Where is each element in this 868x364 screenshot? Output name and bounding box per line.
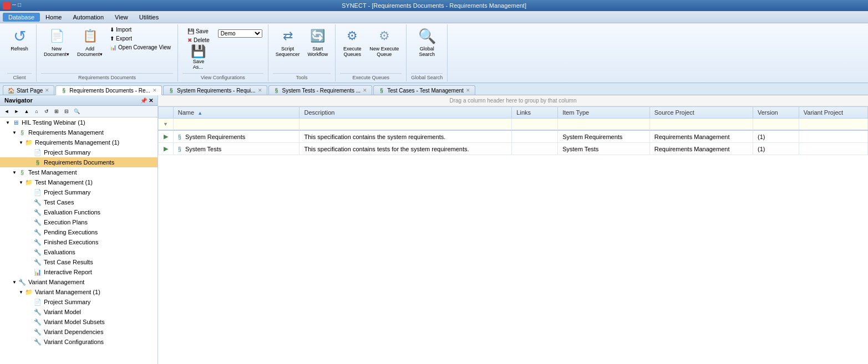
menu-automation[interactable]: Automation: [67, 13, 109, 22]
start-workflow-button[interactable]: 🔄 StartWorkflow: [304, 25, 331, 59]
grid-header-row: Name ▲ Description Links Item Type Sourc…: [159, 107, 868, 119]
tree-item-eval-funcs[interactable]: 🔧 Evaluation Functions: [0, 207, 158, 217]
small-btns-col: ⬇ Import ⬆ Export 📊 Open Coverage View: [108, 25, 173, 52]
filter-name-input[interactable]: [178, 121, 295, 127]
table-row[interactable]: ▶ § System Tests This specification cont…: [159, 143, 868, 155]
tree-item-finished-exec[interactable]: 🔧 Finished Executions: [0, 237, 158, 247]
tab-sys-req-close[interactable]: ✕: [258, 88, 262, 93]
tree-item-interactive-report[interactable]: 📊 Interactive Report: [0, 267, 158, 277]
export-button[interactable]: ⬆ Export: [108, 34, 173, 43]
open-coverage-button[interactable]: 📊 Open Coverage View: [108, 43, 173, 52]
grid-col-name[interactable]: Name ▲: [173, 107, 300, 119]
req-mgmt-1-icon: 📁: [24, 139, 33, 146]
tab-req-docs[interactable]: § Requirements Documents - Re... ✕: [55, 85, 162, 95]
nav-collapse-btn[interactable]: ⊟: [62, 107, 71, 116]
new-execute-label: New ExecuteQueue: [369, 46, 399, 57]
variant-mgmt-1-toggle[interactable]: ▼: [18, 289, 24, 295]
tree-item-test-case-results[interactable]: 🔧 Test Case Results: [0, 257, 158, 267]
tree-item-pending-exec[interactable]: 🔧 Pending Executions: [0, 227, 158, 237]
import-button[interactable]: ⬇ Import: [108, 25, 173, 34]
delete-button[interactable]: ✖ Delete: [185, 36, 212, 44]
filter-version[interactable]: [753, 119, 799, 131]
test-mgmt-1-toggle[interactable]: ▼: [18, 179, 24, 186]
minimize-btn[interactable]: ─: [12, 2, 16, 9]
new-document-button[interactable]: 📄 NewDocument▾: [41, 25, 72, 59]
variant-mgmt-group-icon: 🔧: [18, 278, 27, 286]
tab-sys-tests-label: System Tests - Requirements ...: [282, 88, 361, 94]
nav-search-btn[interactable]: 🔍: [72, 107, 81, 116]
maximize-btn[interactable]: □: [18, 2, 21, 9]
menu-utilities[interactable]: Utilities: [134, 13, 164, 22]
filter-desc-input[interactable]: [304, 121, 507, 127]
nav-pin-btn[interactable]: 📌: [140, 98, 147, 104]
tree-item-hil-testing[interactable]: ▼ 🖥 HIL Testing Webinar (1): [0, 117, 158, 127]
tree-item-proj-summary-2[interactable]: 📄 Project Summary: [0, 187, 158, 197]
add-document-button[interactable]: 📋 AddDocument▾: [74, 25, 105, 59]
nav-back-btn[interactable]: ◄: [2, 107, 11, 116]
menu-view[interactable]: View: [109, 13, 134, 22]
variant-mgmt-group-toggle[interactable]: ▼: [11, 279, 18, 285]
grid-col-item-type[interactable]: Item Type: [558, 107, 650, 119]
tree-item-variant-mgmt-group[interactable]: ▼ 🔧 Variant Management: [0, 277, 158, 287]
nav-up-btn[interactable]: ▲: [22, 107, 31, 116]
nav-expand-btn[interactable]: ⊞: [52, 107, 61, 116]
nav-home-btn[interactable]: ⌂: [32, 107, 41, 116]
row2-name: § System Tests: [173, 143, 300, 155]
grid-col-source-project[interactable]: Source Project: [649, 107, 753, 119]
tree-item-variant-mgmt-1[interactable]: ▼ 📁 Variant Management (1): [0, 287, 158, 297]
grid-col-links[interactable]: Links: [512, 107, 558, 119]
tree-item-proj-summary-1[interactable]: 📄 Project Summary: [0, 147, 158, 157]
tree-item-test-mgmt-group[interactable]: ▼ § Test Management: [0, 167, 158, 177]
tree-item-proj-summary-3[interactable]: 📄 Project Summary: [0, 297, 158, 307]
tree-item-req-mgmt-1[interactable]: ▼ 📁 Requirements Management (1): [0, 137, 158, 147]
execute-queues-button[interactable]: ⚙ ExecuteQueues: [340, 25, 364, 59]
tab-test-cases[interactable]: § Test Cases - Test Management ✕: [373, 85, 475, 95]
nav-forward-btn[interactable]: ►: [12, 107, 21, 116]
menu-database[interactable]: Database: [3, 13, 40, 22]
global-search-button[interactable]: 🔍 GlobalSearch: [415, 25, 439, 59]
refresh-button[interactable]: ↺ Refresh: [7, 25, 32, 53]
tab-test-cases-close[interactable]: ✕: [466, 88, 470, 93]
save-as-button[interactable]: 💾 Save ✖ Delete 💾 SaveAs...: [182, 25, 215, 71]
filter-description[interactable]: [300, 119, 512, 131]
test-mgmt-group-toggle[interactable]: ▼: [11, 169, 18, 176]
tab-req-docs-close[interactable]: ✕: [153, 88, 157, 93]
grid-col-description[interactable]: Description: [300, 107, 512, 119]
tab-sys-tests-close[interactable]: ✕: [363, 88, 367, 93]
tab-sys-req[interactable]: § System Requirements - Requi... ✕: [163, 85, 267, 95]
tree-item-test-mgmt-1[interactable]: ▼ 📁 Test Management (1): [0, 177, 158, 187]
tree-item-test-cases[interactable]: 🔧 Test Cases: [0, 197, 158, 207]
req-mgmt-1-toggle[interactable]: ▼: [18, 139, 24, 146]
tree-item-evaluations[interactable]: 🔧 Evaluations: [0, 247, 158, 257]
view-config-group-label: View Configurations: [182, 73, 263, 80]
grid-col-version[interactable]: Version: [753, 107, 799, 119]
table-row[interactable]: ▶ § System Requirements This specificati…: [159, 130, 868, 143]
new-doc-label: NewDocument▾: [44, 46, 69, 57]
tree-item-exec-plans[interactable]: 🔧 Execution Plans: [0, 217, 158, 227]
filter-item-type[interactable]: [558, 119, 650, 131]
tab-start-page-close[interactable]: ✕: [45, 88, 49, 93]
demo-dropdown[interactable]: Demo: [218, 29, 262, 38]
script-sequencer-button[interactable]: ⇄ ScriptSequencer: [273, 25, 303, 59]
save-button[interactable]: 💾 Save: [185, 27, 212, 35]
grid-col-variant-project[interactable]: Variant Project: [799, 107, 867, 119]
tree-item-req-docs[interactable]: § Requirements Documents: [0, 157, 158, 167]
tree-item-variant-model[interactable]: 🔧 Variant Model: [0, 307, 158, 317]
filter-source-project[interactable]: [649, 119, 753, 131]
req-mgmt-group-toggle[interactable]: ▼: [11, 129, 18, 136]
tree-item-variant-model-subsets[interactable]: 🔧 Variant Model Subsets: [0, 317, 158, 327]
hil-toggle[interactable]: ▼: [4, 119, 11, 126]
filter-links[interactable]: [512, 119, 558, 131]
filter-variant-project[interactable]: [799, 119, 867, 131]
tab-start-page[interactable]: 🏠 Start Page ✕: [3, 85, 54, 95]
export-icon: ⬆: [110, 35, 114, 42]
tab-sys-tests[interactable]: § System Tests - Requirements ... ✕: [268, 85, 373, 95]
tree-item-req-mgmt-group[interactable]: ▼ § Requirements Management: [0, 127, 158, 137]
nav-close-btn[interactable]: ✕: [149, 98, 153, 104]
menu-home[interactable]: Home: [40, 13, 67, 22]
tree-item-variant-dependencies[interactable]: 🔧 Variant Dependencies: [0, 327, 158, 337]
nav-refresh-btn[interactable]: ↺: [42, 107, 51, 116]
new-execute-queue-button[interactable]: ⚙ New ExecuteQueue: [367, 25, 402, 59]
filter-name[interactable]: [173, 119, 300, 131]
tree-item-variant-configurations[interactable]: 🔧 Variant Configurations: [0, 337, 158, 347]
